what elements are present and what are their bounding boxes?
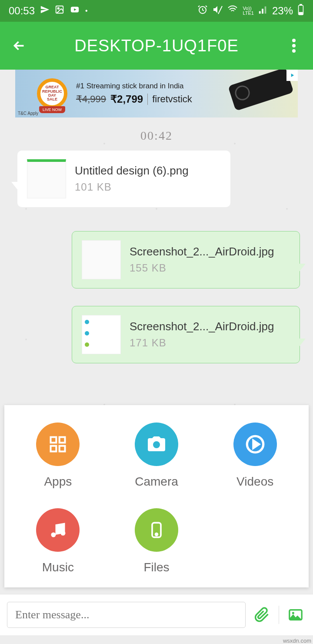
- ad-deal-badge: GREAT REPUBLIC DAY SALE: [37, 78, 67, 109]
- chat-area: 00:42 Untitled design (6).png 101 KB Scr…: [0, 117, 313, 635]
- file-size: 101 KB: [75, 181, 189, 193]
- svg-point-15: [153, 441, 160, 448]
- page-title: DESKTOP-1UQ1F0E: [30, 37, 283, 55]
- message-input[interactable]: [7, 602, 246, 628]
- video-icon: [233, 423, 277, 466]
- battery-percent: 23%: [272, 5, 293, 17]
- back-button[interactable]: [9, 35, 30, 56]
- svg-rect-12: [60, 437, 65, 443]
- ad-play-icon[interactable]: [286, 70, 298, 81]
- file-thumbnail: [82, 240, 121, 279]
- message-outgoing[interactable]: Screenshot_2..._AirDroid.jpg 155 KB: [72, 231, 300, 288]
- image-icon: [55, 5, 64, 17]
- file-size: 155 KB: [130, 262, 274, 274]
- chat-timestamp: 00:42: [0, 117, 313, 151]
- file-thumbnail: [82, 315, 121, 354]
- ad-headline: #1 Streaming stick brand in India: [76, 82, 192, 91]
- app-bar: DESKTOP-1UQ1F0E: [0, 22, 313, 70]
- attach-apps[interactable]: Apps: [9, 423, 107, 489]
- file-name: Screenshot_2..._AirDroid.jpg: [130, 320, 274, 333]
- attach-files[interactable]: Files: [107, 508, 206, 574]
- ad-product-image: [228, 70, 294, 111]
- ad-brand: firetvstick: [147, 94, 192, 105]
- svg-point-18: [61, 531, 66, 536]
- svg-point-10: [292, 49, 296, 53]
- ad-new-price: ₹2,799: [110, 93, 143, 105]
- attach-label: Music: [42, 560, 74, 574]
- volte-icon: Vo))LTE1: [243, 6, 253, 16]
- ad-text: #1 Streaming stick brand in India ₹4,999…: [76, 82, 192, 105]
- divider: [279, 606, 279, 624]
- ad-old-price: ₹4,999: [76, 94, 106, 105]
- file-name: Untitled design (6).png: [75, 164, 189, 177]
- svg-rect-11: [51, 437, 57, 443]
- svg-point-20: [155, 533, 157, 536]
- message-input-bar: [0, 594, 313, 635]
- ad-banner[interactable]: GREAT REPUBLIC DAY SALE #1 Streaming sti…: [15, 70, 298, 117]
- battery-icon: [297, 4, 304, 18]
- attach-button[interactable]: [252, 604, 273, 625]
- svg-rect-13: [51, 446, 57, 452]
- status-bar: 00:53 • Vo))LTE1 23%: [0, 0, 313, 22]
- message-incoming[interactable]: Untitled design (6).png 101 KB: [17, 151, 230, 207]
- svg-rect-6: [300, 4, 302, 5]
- file-name: Screenshot_2..._AirDroid.jpg: [130, 245, 274, 258]
- svg-rect-14: [60, 446, 65, 452]
- status-time: 00:53: [9, 5, 35, 17]
- dot-icon: •: [85, 7, 88, 15]
- more-menu-button[interactable]: [283, 35, 304, 56]
- watermark: wsxdn.com: [283, 637, 311, 644]
- attach-label: Files: [143, 560, 169, 574]
- svg-point-9: [292, 44, 296, 47]
- apps-icon: [36, 423, 80, 466]
- camera-icon: [135, 423, 178, 466]
- send-icon: [40, 5, 50, 17]
- signal-icon: [258, 5, 268, 17]
- youtube-icon: [70, 5, 80, 17]
- image-button[interactable]: [285, 604, 306, 625]
- attach-label: Apps: [44, 475, 72, 489]
- svg-point-1: [57, 7, 59, 9]
- svg-line-4: [218, 6, 222, 14]
- files-icon: [135, 508, 178, 552]
- attach-camera[interactable]: Camera: [107, 423, 206, 489]
- attachment-panel: Apps Camera Videos Music Files: [4, 405, 309, 587]
- music-icon: [36, 508, 80, 552]
- svg-point-8: [292, 39, 296, 42]
- svg-point-17: [51, 533, 56, 537]
- wifi-icon: [227, 4, 238, 17]
- attach-videos[interactable]: Videos: [206, 423, 304, 489]
- attach-music[interactable]: Music: [9, 508, 107, 574]
- svg-rect-7: [299, 13, 303, 14]
- attach-label: Camera: [135, 475, 178, 489]
- alarm-icon: [197, 4, 208, 17]
- file-size: 171 KB: [130, 337, 274, 349]
- attach-label: Videos: [236, 475, 273, 489]
- svg-point-22: [292, 612, 294, 614]
- mute-icon: [212, 4, 223, 17]
- message-outgoing[interactable]: Screenshot_2..._AirDroid.jpg 171 KB: [72, 306, 300, 363]
- file-thumbnail: [27, 159, 66, 198]
- ad-tc: T&C Apply: [18, 111, 38, 116]
